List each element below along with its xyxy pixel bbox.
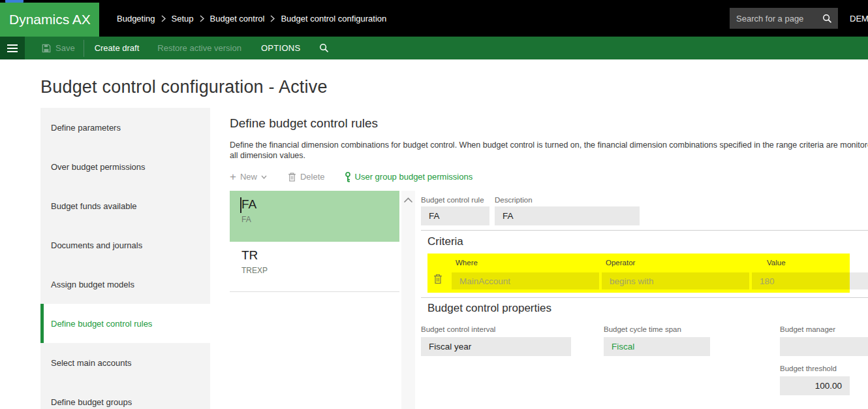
top-navigation-bar: Dynamics AX Budgeting Setup Budget contr… (0, 0, 868, 37)
options-menu-button[interactable]: OPTIONS (258, 37, 303, 59)
breadcrumb: Budgeting Setup Budget control Budget co… (117, 0, 386, 37)
save-button[interactable]: Save (39, 37, 78, 59)
sidebar-item-over-budget-permissions[interactable]: Over budget permissions (40, 147, 210, 186)
user-group-budget-permissions-label: User group budget permissions (355, 172, 473, 182)
breadcrumb-item-setup[interactable]: Setup (172, 14, 194, 24)
delete-criteria-row-button[interactable] (433, 274, 442, 284)
text-caret (240, 197, 241, 213)
budget-cycle-time-span-label: Budget cycle time span (604, 325, 681, 333)
list-divider (230, 291, 399, 292)
criteria-where-field[interactable]: MainAccount (452, 272, 599, 289)
hamburger-menu-button[interactable] (0, 37, 25, 59)
breadcrumb-item-budget-control-configuration[interactable]: Budget control configuration (281, 14, 386, 24)
create-draft-button[interactable]: Create draft (92, 37, 142, 59)
logo-text: Dynamics AX (9, 12, 91, 27)
description-label: Description (495, 196, 533, 204)
budget-control-interval-label: Budget control interval (421, 325, 495, 333)
description-field[interactable]: FA (495, 206, 640, 225)
where-column-header: Where (456, 259, 478, 267)
budget-control-rules-list: FA FA TR TREXP (230, 191, 399, 287)
budget-manager-field[interactable] (780, 337, 868, 356)
restore-active-version-button[interactable]: Restore active version (155, 37, 244, 59)
description-line-1: Define the financial dimension combinati… (230, 140, 868, 150)
settings-sidebar: Define parameters Over budget permission… (40, 108, 210, 409)
section-description: Define the financial dimension combinati… (230, 140, 868, 161)
rules-toolbar: + New Delete User group budget permissio… (230, 171, 473, 182)
options-label: OPTIONS (261, 43, 301, 53)
rule-title: TR (230, 242, 399, 263)
save-icon (42, 44, 51, 53)
criteria-value-field-extension[interactable] (850, 272, 868, 289)
toolbar-divider (84, 40, 84, 57)
list-scrollbar[interactable] (401, 191, 415, 409)
section-separator (421, 297, 868, 298)
chevron-right-icon (200, 15, 204, 22)
value-column-header: Value (767, 259, 786, 267)
budget-control-rule-field[interactable]: FA (421, 206, 489, 225)
criteria-highlighted-grid: Where Operator Value MainAccount begins … (427, 254, 850, 293)
save-button-label: Save (55, 43, 75, 53)
sidebar-item-define-parameters[interactable]: Define parameters (40, 108, 210, 147)
search-icon[interactable] (822, 14, 832, 24)
budget-control-configuration-page: Dynamics AX Budgeting Setup Budget contr… (0, 0, 868, 409)
delete-button-label: Delete (300, 172, 325, 182)
delete-button[interactable]: Delete (288, 172, 325, 182)
section-title: Define budget control rules (230, 116, 378, 131)
create-draft-label: Create draft (95, 43, 140, 53)
rule-title: FA (230, 191, 399, 212)
user-group-budget-permissions-button[interactable]: User group budget permissions (345, 172, 473, 182)
rule-subtitle: TREXP (230, 263, 399, 275)
search-placeholder: Search for a page (736, 14, 803, 24)
plus-icon: + (230, 171, 236, 182)
action-pane-search-button[interactable] (317, 37, 332, 59)
criteria-operator-field[interactable]: begins with (602, 272, 749, 289)
page-title: Budget control configuration - Active (40, 77, 328, 97)
trash-icon (288, 172, 296, 182)
chevron-right-icon (270, 15, 275, 22)
sidebar-item-define-budget-groups[interactable]: Define budget groups (40, 382, 210, 409)
section-separator (421, 230, 868, 231)
budget-control-rule-label: Budget control rule (421, 196, 484, 204)
budget-manager-label: Budget manager (780, 325, 835, 333)
sidebar-item-assign-budget-models[interactable]: Assign budget models (40, 265, 210, 304)
sidebar-item-documents-and-journals[interactable]: Documents and journals (40, 225, 210, 265)
list-item-fa[interactable]: FA FA (230, 191, 399, 242)
operator-column-header: Operator (606, 259, 635, 267)
key-icon (345, 172, 351, 182)
budget-control-interval-field[interactable]: Fiscal year (421, 337, 571, 356)
criteria-heading: Criteria (427, 235, 463, 248)
restore-active-version-label: Restore active version (157, 43, 241, 53)
new-button-label: New (240, 172, 257, 182)
budget-cycle-time-span-field[interactable]: Fiscal (604, 337, 710, 356)
list-item-tr[interactable]: TR TREXP (230, 242, 399, 287)
company-selector[interactable]: DEMF (850, 0, 868, 37)
search-for-page-input[interactable]: Search for a page (730, 8, 838, 29)
breadcrumb-item-budgeting[interactable]: Budgeting (117, 14, 155, 24)
sidebar-item-select-main-accounts[interactable]: Select main accounts (40, 343, 210, 382)
search-icon (319, 43, 329, 53)
sidebar-item-define-budget-control-rules[interactable]: Define budget control rules (40, 304, 210, 343)
chevron-up-icon[interactable] (403, 197, 413, 203)
new-button[interactable]: + New (230, 171, 267, 182)
sidebar-item-budget-funds-available[interactable]: Budget funds available (40, 186, 210, 225)
dynamics-ax-logo[interactable]: Dynamics AX (0, 3, 99, 37)
criteria-value-field[interactable]: 180 (752, 272, 850, 289)
budget-control-properties-heading: Budget control properties (427, 302, 551, 315)
chevron-right-icon (161, 15, 166, 22)
rule-subtitle: FA (230, 212, 399, 224)
chevron-down-icon (261, 175, 267, 179)
budget-threshold-field[interactable]: 100.00 (780, 376, 850, 395)
description-line-2: all dimension values. (230, 150, 868, 161)
breadcrumb-item-budget-control[interactable]: Budget control (210, 14, 265, 24)
budget-threshold-label: Budget threshold (780, 365, 837, 372)
action-pane: Save Create draft Restore active version… (0, 37, 868, 59)
